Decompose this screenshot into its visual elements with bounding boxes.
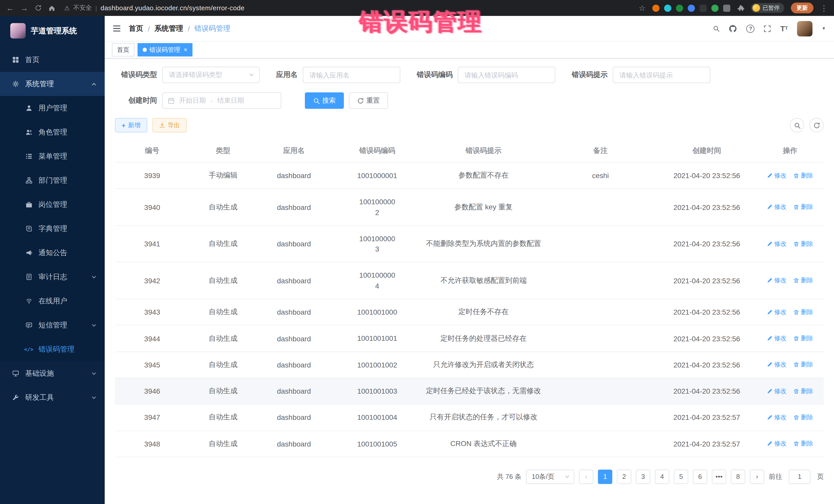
extension-icon[interactable] [723,4,730,12]
forward-icon[interactable]: → [21,4,28,12]
delete-link[interactable]: 删除 [794,360,813,369]
edit-link[interactable]: 修改 [767,360,787,369]
sidebar-item[interactable]: 岗位管理 [0,193,105,217]
sidebar-item[interactable]: 部门管理 [0,168,105,193]
security-label[interactable]: 不安全 [73,4,92,12]
edit-link[interactable]: 修改 [767,239,787,248]
profile-chip[interactable]: 已暂停 [751,3,784,13]
add-button[interactable]: + 新增 [115,118,147,132]
user-avatar[interactable] [797,21,812,36]
edit-link[interactable]: 修改 [767,439,787,448]
error-code-input[interactable] [458,67,555,83]
hamburger-icon[interactable] [113,25,120,32]
cell-app: dashboard [257,378,331,404]
export-button[interactable]: 导出 [152,118,186,132]
extensions-puzzle-icon[interactable] [737,4,744,12]
edit-link[interactable]: 修改 [767,334,787,343]
page-button-6[interactable]: 6 [693,469,707,484]
app-name-input[interactable] [303,67,400,83]
delete-link[interactable]: 删除 [794,387,813,395]
browser-home-icon[interactable] [48,4,56,12]
reload-icon[interactable] [35,5,42,11]
reset-button[interactable]: 重置 [349,92,388,109]
bookmark-star-icon[interactable]: ☆ [639,4,646,12]
extension-icon[interactable] [676,4,683,12]
browser-menu-icon[interactable]: ⋮ [820,4,828,12]
search-button[interactable]: 搜索 [305,92,344,109]
delete-link[interactable]: 删除 [794,277,813,285]
sidebar-item[interactable]: 审计日志 [0,265,105,289]
tab-close-icon[interactable]: × [184,47,187,53]
prev-page-button[interactable]: ‹ [579,469,593,484]
edit-link-label: 修改 [774,239,787,248]
document-icon [25,273,33,280]
date-range-picker[interactable]: 开始日期 - 结束日期 [162,92,281,109]
delete-link[interactable]: 删除 [794,203,813,212]
edit-link[interactable]: 修改 [767,171,787,180]
fullscreen-icon[interactable] [764,25,771,32]
page-button-8[interactable]: 8 [731,469,745,484]
sidebar-item[interactable]: </>错误码管理 [0,337,105,361]
page-button-4[interactable]: 4 [655,469,669,484]
breadcrumb-home[interactable]: 首页 [129,24,143,33]
extension-icon[interactable] [688,4,695,12]
error-type-select[interactable]: 请选择错误码类型 [162,67,260,83]
tab-home[interactable]: 首页 [112,43,134,57]
avatar-caret-icon[interactable]: ▼ [822,26,826,31]
sidebar-item[interactable]: 角色管理 [0,120,105,144]
sidebar-item[interactable]: 菜单管理 [0,144,105,168]
page-size-select[interactable]: 10条/页 [526,469,574,484]
url-text[interactable]: dashboard.yudao.iocoder.cn/system/error-… [101,4,245,12]
extension-icon[interactable] [700,4,707,12]
edit-link[interactable]: 修改 [767,413,787,422]
delete-link[interactable]: 删除 [794,171,813,180]
refresh-table-icon[interactable] [809,118,824,132]
edit-link[interactable]: 修改 [767,387,787,395]
sidebar-item[interactable]: 研发工具 [0,386,105,410]
megaphone-icon [25,249,33,256]
sidebar-item[interactable]: 首页 [0,48,105,72]
breadcrumb-system[interactable]: 系统管理 [154,24,183,33]
sidebar-item[interactable]: 在线用户 [0,289,105,313]
tab-error-code[interactable]: 错误码管理× [137,43,193,57]
edit-link[interactable]: 修改 [767,308,787,316]
help-icon[interactable]: ? [746,24,755,32]
delete-link[interactable]: 删除 [794,439,813,448]
address-bar[interactable]: ⚠ 不安全 | dashboard.yudao.iocoder.cn/syste… [64,4,245,12]
page-button-1[interactable]: 1 [598,469,612,484]
page-button-5[interactable]: 5 [674,469,688,484]
sidebar-item-label: 短信管理 [39,321,86,330]
edit-link[interactable]: 修改 [767,277,787,285]
app-logo[interactable]: 芋道管理系统 [0,16,105,46]
cell-hint: 定时任务已经处于该状态，无需修改 [423,378,544,404]
delete-link[interactable]: 删除 [794,413,813,422]
toggle-search-icon[interactable] [790,118,804,132]
sidebar-item[interactable]: 短信管理 [0,313,105,337]
cell-actions: 修改删除 [756,162,824,189]
delete-link[interactable]: 删除 [794,239,813,248]
back-icon[interactable]: ← [6,4,14,12]
error-hint-input[interactable] [613,67,710,83]
sidebar-item[interactable]: 基础设施 [0,361,105,386]
update-button[interactable]: 更新 [791,3,813,13]
table-row: 3942自动生成dashboard100100000 4不允许获取敏感配置到前端… [115,262,824,299]
extension-icon[interactable] [652,4,659,12]
page-button-2[interactable]: 2 [617,469,631,484]
delete-link[interactable]: 删除 [794,308,813,316]
goto-page-input[interactable] [789,469,810,484]
github-icon[interactable] [729,24,737,32]
font-size-icon[interactable]: TT [781,25,788,32]
sidebar-item[interactable]: 字典管理 [0,217,105,241]
sidebar-item[interactable]: 用户管理 [0,96,105,120]
warning-icon: ⚠ [64,4,70,12]
header-search-icon[interactable] [713,25,720,32]
page-button-3[interactable]: 3 [636,469,650,484]
sidebar-item[interactable]: 系统管理 [0,72,105,96]
edit-link[interactable]: 修改 [767,203,787,212]
sidebar-item[interactable]: 通知公告 [0,241,105,265]
delete-link[interactable]: 删除 [794,334,813,343]
pager-ellipsis[interactable]: ••• [712,469,726,484]
extension-icon[interactable] [664,4,671,12]
next-page-button[interactable]: › [750,469,764,484]
extension-icon[interactable] [711,4,719,12]
